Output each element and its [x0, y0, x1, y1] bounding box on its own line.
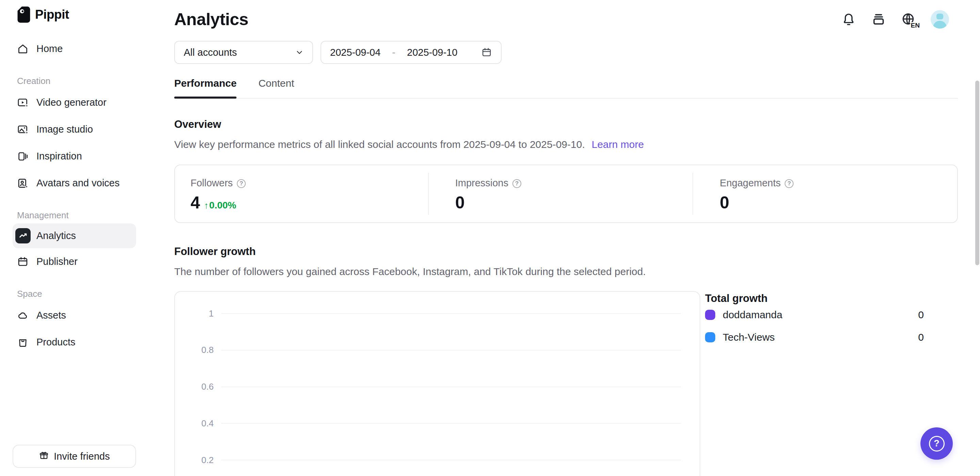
help-circle-icon[interactable]: ?: [512, 179, 521, 188]
y-axis-label: 0.2: [183, 455, 214, 465]
avatars-voices-icon: [17, 178, 29, 189]
sidebar: Pippit Home Creation Video generator: [0, 0, 149, 476]
gridline: [221, 350, 681, 351]
notifications-bell-icon[interactable]: [841, 11, 856, 27]
date-end-value[interactable]: 2025-09-10: [407, 47, 457, 58]
follower-growth-chart: 10.80.60.40.2: [174, 291, 700, 476]
avatar-figure: [933, 21, 947, 29]
date-separator: -: [392, 47, 395, 58]
y-axis-label: 0.8: [183, 345, 214, 355]
follower-growth-section: 10.80.60.40.2 Total growth doddamanda 0 …: [174, 291, 958, 476]
sidebar-item-label: Image studio: [37, 124, 93, 135]
metric-value: 0: [455, 193, 465, 213]
metric-value: 4: [191, 193, 200, 213]
assets-cloud-icon: [17, 310, 29, 321]
stacked-cards-icon[interactable]: [871, 11, 886, 27]
gridline: [221, 313, 681, 314]
sidebar-item-products[interactable]: Products: [13, 329, 136, 355]
products-bag-icon: [17, 336, 29, 348]
sidebar-item-label: Avatars and voices: [37, 178, 120, 189]
analytics-icon: [15, 228, 30, 243]
brand-logo[interactable]: Pippit: [17, 6, 149, 23]
up-arrow-icon: ↑: [204, 200, 208, 211]
legend-swatch-tech-views: [705, 332, 715, 343]
gridline: [221, 460, 681, 460]
chevron-down-icon: [295, 48, 304, 57]
sidebar-section-creation: Creation: [17, 76, 149, 86]
sidebar-item-label: Analytics: [37, 230, 76, 241]
y-axis-row: 1: [183, 308, 681, 319]
follower-growth-description: The number of followers you gained acros…: [174, 266, 958, 278]
sidebar-item-label: Products: [37, 336, 75, 348]
page-title: Analytics: [174, 10, 248, 29]
pippit-logo-icon: [17, 6, 30, 23]
y-axis-row: 0.4: [183, 418, 681, 428]
header: Analytics EN: [174, 10, 958, 29]
image-studio-icon: [17, 124, 29, 135]
invite-friends-label: Invite friends: [54, 451, 110, 462]
user-avatar[interactable]: [931, 10, 949, 29]
gridline: [221, 423, 681, 424]
page-scrollbar[interactable]: [975, 81, 979, 265]
gridline: [221, 387, 681, 387]
invite-friends-button[interactable]: Invite friends: [13, 445, 136, 468]
help-button[interactable]: ?: [920, 427, 953, 460]
legend-value: 0: [918, 309, 924, 321]
learn-more-link[interactable]: Learn more: [592, 139, 644, 150]
metric-label: Impressions: [455, 178, 508, 189]
gift-icon: [39, 450, 49, 463]
help-circle-icon[interactable]: ?: [237, 179, 246, 188]
date-start-value[interactable]: 2025-09-04: [330, 47, 380, 58]
tab-bar: Performance Content: [174, 78, 958, 98]
calendar-icon[interactable]: [481, 47, 492, 58]
sidebar-item-video-generator[interactable]: Video generator: [13, 89, 136, 116]
metric-label: Followers: [191, 178, 233, 189]
tab-content[interactable]: Content: [258, 78, 294, 98]
legend-swatch-doddamanda: [705, 310, 715, 320]
sidebar-item-label: Video generator: [37, 97, 107, 108]
sidebar-item-label: Publisher: [37, 256, 78, 267]
metric-impressions: Impressions ? 0: [428, 165, 693, 222]
header-actions: EN: [841, 10, 949, 29]
metric-engagements: Engagements ? 0: [692, 165, 957, 222]
video-generator-icon: [17, 97, 29, 108]
app-window: Pippit Home Creation Video generator: [0, 0, 980, 476]
tab-performance[interactable]: Performance: [174, 78, 237, 98]
account-selector-value: All accounts: [184, 47, 237, 58]
sidebar-item-avatars-voices[interactable]: Avatars and voices: [13, 170, 136, 197]
metric-delta: ↑0.00%: [204, 200, 236, 211]
account-selector[interactable]: All accounts: [174, 41, 313, 64]
sidebar-item-analytics[interactable]: Analytics: [13, 224, 136, 248]
date-range-picker[interactable]: 2025-09-04 - 2025-09-10: [321, 41, 501, 64]
legend-label: doddamanda: [723, 309, 782, 321]
brand-name: Pippit: [35, 8, 69, 22]
metrics-card: Followers ? 4 ↑0.00% Impressions ? 0: [174, 165, 958, 223]
sidebar-section-space: Space: [17, 289, 149, 299]
home-icon: [17, 43, 29, 55]
language-badge: EN: [910, 22, 920, 29]
y-axis-label: 0.6: [183, 381, 214, 392]
sidebar-item-image-studio[interactable]: Image studio: [13, 116, 136, 143]
sidebar-item-home[interactable]: Home: [13, 35, 136, 62]
legend-value: 0: [918, 332, 924, 343]
publisher-calendar-icon: [17, 256, 29, 268]
inspiration-icon: [17, 151, 29, 162]
legend-label: Tech-Views: [723, 332, 775, 343]
y-axis-label: 0.4: [183, 418, 214, 429]
sidebar-item-assets[interactable]: Assets: [13, 302, 136, 329]
overview-heading: Overview: [174, 118, 958, 130]
sidebar-item-inspiration[interactable]: Inspiration: [13, 143, 136, 170]
overview-description-row: View key performance metrics of all link…: [174, 139, 958, 150]
legend-row: doddamanda 0: [705, 308, 924, 322]
overview-description: View key performance metrics of all link…: [174, 139, 585, 150]
language-globe-icon[interactable]: EN: [901, 11, 916, 27]
main-content: Analytics EN: [149, 0, 980, 476]
help-question-icon: ?: [929, 436, 945, 452]
sidebar-item-publisher[interactable]: Publisher: [13, 248, 136, 275]
follower-growth-heading: Follower growth: [174, 246, 958, 258]
legend-row: Tech-Views 0: [705, 330, 924, 344]
sidebar-section-management: Management: [17, 210, 149, 221]
y-axis-row: 0.8: [183, 345, 681, 355]
metric-followers: Followers ? 4 ↑0.00%: [175, 165, 428, 222]
help-circle-icon[interactable]: ?: [785, 179, 794, 188]
